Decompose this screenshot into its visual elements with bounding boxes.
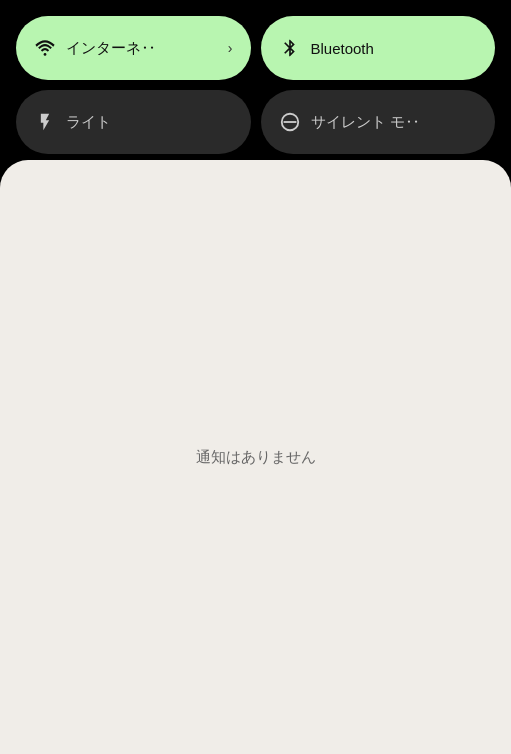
bluetooth-icon: [279, 37, 301, 59]
silent-icon: [279, 111, 301, 133]
tile-bluetooth[interactable]: Bluetooth: [261, 16, 496, 80]
tile-internet-label: インターネ‥: [66, 39, 218, 58]
tile-silent[interactable]: サイレント モ‥: [261, 90, 496, 154]
notification-panel: 通知はありません: [0, 160, 511, 754]
tile-silent-label: サイレント モ‥: [311, 113, 478, 132]
no-notifications-text: 通知はありません: [196, 448, 316, 467]
wifi-icon: [34, 37, 56, 59]
quick-settings-grid: インターネ‥ › Bluetooth ライト: [16, 16, 495, 154]
tile-bluetooth-label: Bluetooth: [311, 40, 478, 57]
quick-settings-area: インターネ‥ › Bluetooth ライト: [0, 0, 511, 166]
tile-internet[interactable]: インターネ‥ ›: [16, 16, 251, 80]
flashlight-icon: [34, 111, 56, 133]
internet-arrow: ›: [228, 40, 233, 56]
tile-flashlight[interactable]: ライト: [16, 90, 251, 154]
tile-flashlight-label: ライト: [66, 113, 233, 132]
svg-point-0: [44, 53, 47, 56]
